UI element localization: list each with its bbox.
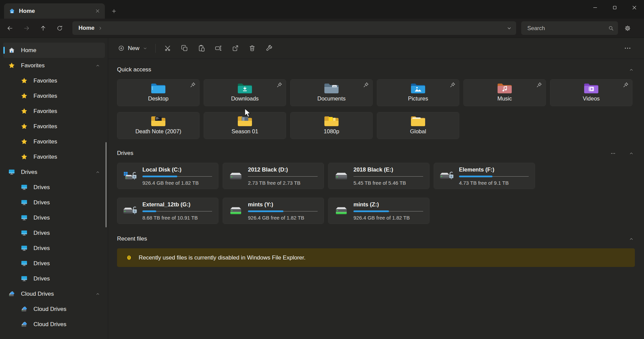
address-bar[interactable]: Home (72, 21, 516, 35)
drive-icon (333, 169, 349, 183)
sidebar-item[interactable]: Drives (3, 241, 105, 256)
drive-icon (228, 169, 244, 183)
sidebar-item[interactable]: Favorites (3, 104, 105, 119)
pin-icon[interactable] (623, 82, 629, 88)
sidebar-item[interactable]: Cloud Drives (3, 317, 105, 332)
drive-free-space: 8.68 TB free of 10.91 TB (142, 215, 212, 221)
pin-icon[interactable] (363, 82, 369, 88)
drives-collapse-button[interactable] (627, 150, 635, 157)
sidebar-item[interactable]: Favorites (3, 88, 105, 104)
quick-access-card[interactable]: Music (463, 79, 546, 106)
sidebar-item-label: Cloud Drives (33, 306, 66, 313)
settings-button[interactable] (620, 21, 635, 35)
drive-name: 2018 Black (E:) (353, 166, 423, 173)
paste-button[interactable] (194, 42, 209, 55)
sidebar-item[interactable]: Favorites (3, 119, 105, 134)
pin-icon[interactable] (536, 82, 542, 88)
drive-card[interactable]: External_12tb (G:) 8.68 TB free of 10.91… (117, 198, 218, 224)
new-button[interactable]: New (114, 42, 152, 55)
tab-title: Home (19, 8, 93, 15)
capacity-bar (248, 210, 318, 212)
plus-icon (111, 8, 117, 14)
quick-access-card[interactable]: Downloads (204, 79, 286, 106)
sidebar-item-label: Drives (33, 199, 50, 206)
drive-card[interactable]: Local Disk (C:) 926.4 GB free of 1.82 TB (117, 163, 218, 189)
sidebar-item-label: Favorites (33, 138, 57, 145)
chevron-up-icon[interactable] (95, 63, 100, 68)
refresh-button[interactable] (53, 22, 66, 35)
sidebar-item[interactable]: Drives (3, 210, 105, 225)
quick-access-card[interactable]: Global (377, 112, 459, 139)
sidebar-item-label: Cloud Drives (33, 321, 66, 328)
refresh-icon (56, 25, 63, 31)
tab-home[interactable]: Home (4, 3, 105, 19)
forward-button[interactable] (20, 22, 33, 35)
sidebar-item-home[interactable]: Home (3, 43, 105, 58)
minimize-button[interactable] (585, 0, 605, 15)
quick-access-card-label: 1080p (324, 128, 339, 135)
quick-access-card-label: Downloads (231, 95, 259, 102)
pin-icon[interactable] (450, 82, 456, 88)
sidebar-item-label: Drives (33, 230, 50, 236)
drive-card[interactable]: 2018 Black (E:) 5.45 TB free of 5.46 TB (328, 163, 430, 189)
sidebar-item[interactable]: Cloud Drives (3, 301, 105, 317)
share-button[interactable] (228, 42, 243, 55)
sidebar-scrollbar[interactable] (106, 142, 107, 227)
sidebar-section-label: Cloud Drives (21, 291, 54, 297)
up-button[interactable] (36, 22, 50, 35)
address-dropdown-icon[interactable] (506, 25, 512, 31)
tab-close-button[interactable] (93, 6, 102, 16)
search-box[interactable] (521, 21, 618, 35)
sidebar-item[interactable]: Favorites (3, 149, 105, 164)
sidebar-item[interactable]: Drives (3, 256, 105, 271)
quick-access-collapse-button[interactable] (627, 66, 635, 73)
maximize-button[interactable] (605, 0, 624, 15)
chevron-up-icon[interactable] (95, 292, 100, 296)
sidebar-item[interactable]: Drives (3, 180, 105, 195)
quick-access-card[interactable]: Documents (290, 79, 373, 106)
warning-icon (125, 254, 133, 262)
sidebar-item[interactable]: Drives (3, 195, 105, 210)
drive-card[interactable]: Elements (F:) 4.73 TB free of 9.1 TB (434, 163, 535, 189)
capacity-track (353, 176, 423, 177)
close-window-button[interactable] (624, 0, 644, 15)
drive-card[interactable]: mints (Y:) 926.4 GB free of 1.82 TB (223, 198, 324, 224)
quick-access-card[interactable]: 1080p (290, 112, 373, 139)
quick-access-card[interactable]: Death Note (2007) (117, 112, 200, 139)
pin-icon[interactable] (190, 82, 196, 88)
new-tab-button[interactable] (108, 5, 120, 17)
sidebar-section-header[interactable]: Cloud Drives (3, 286, 105, 301)
capacity-bar (248, 176, 318, 177)
pin-icon[interactable] (276, 82, 282, 88)
drive-card[interactable]: mints (Z:) 926.4 GB free of 1.82 TB (328, 198, 430, 224)
breadcrumb[interactable]: Home (78, 25, 94, 31)
cut-button[interactable] (160, 42, 175, 55)
quick-access-card[interactable]: Desktop (117, 79, 200, 106)
quick-access-card[interactable]: Pictures (377, 79, 459, 106)
chevron-up-icon[interactable] (95, 170, 100, 175)
recent-collapse-button[interactable] (627, 235, 635, 243)
item-icon (21, 306, 28, 313)
drive-card[interactable]: 2012 Black (D:) 2.73 TB free of 2.73 TB (223, 163, 324, 189)
chevron-right-icon[interactable] (98, 26, 103, 31)
ellipsis-icon (624, 45, 631, 52)
back-button[interactable] (3, 22, 17, 35)
sidebar-item[interactable]: Favorites (3, 134, 105, 149)
sidebar-item[interactable]: Drives (3, 225, 105, 241)
quick-access-card[interactable]: Videos (550, 79, 632, 106)
see-more-button[interactable] (620, 42, 635, 55)
recent-files-warning-banner: Recently used files is currently disable… (117, 248, 635, 267)
sidebar-item[interactable]: Favorites (3, 73, 105, 88)
search-input[interactable] (527, 25, 608, 32)
copy-button[interactable] (177, 42, 192, 55)
drives-more-button[interactable] (609, 150, 617, 157)
sidebar-section-header[interactable]: Drives (3, 164, 105, 180)
quick-access-card[interactable]: Season 01 (204, 112, 286, 139)
tools-button[interactable] (261, 42, 276, 55)
rename-button[interactable] (211, 42, 226, 55)
close-icon (95, 8, 100, 14)
sidebar-item[interactable]: Drives (3, 271, 105, 286)
paste-icon (198, 45, 205, 52)
delete-button[interactable] (245, 42, 259, 55)
sidebar-section-header[interactable]: Favorites (3, 58, 105, 73)
